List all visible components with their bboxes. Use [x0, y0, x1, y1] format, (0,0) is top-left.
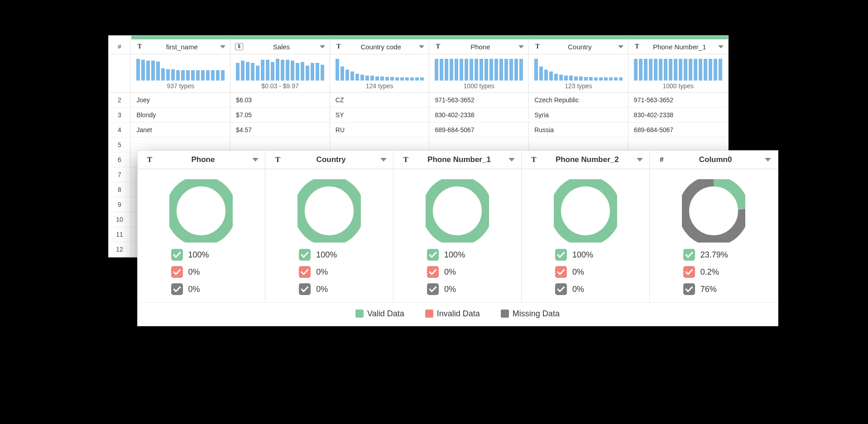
chevron-down-icon[interactable]: [618, 45, 623, 48]
invalid-percent-row: 0%: [427, 266, 456, 278]
quality-column-header[interactable]: TPhone Number_1: [393, 151, 521, 169]
type-icon: $: [235, 43, 243, 50]
histogram-summary: 937 types: [135, 82, 225, 90]
column-header[interactable]: T first_name: [131, 39, 230, 54]
valid-percent-row: 100%: [299, 249, 337, 261]
quality-column-header[interactable]: TPhone: [138, 151, 265, 169]
table-cell[interactable]: $4.57: [230, 123, 330, 137]
chevron-down-icon[interactable]: [320, 45, 325, 48]
check-icon: [171, 266, 183, 278]
chevron-down-icon[interactable]: [419, 45, 424, 48]
row-number: 10: [109, 212, 131, 227]
chevron-down-icon[interactable]: [508, 158, 515, 162]
type-icon: T: [530, 155, 538, 164]
donut-chart: [682, 179, 745, 243]
column-header[interactable]: T Phone Number_1: [628, 39, 728, 54]
missing-percent-row: 0%: [171, 283, 200, 295]
row-number: 12: [109, 242, 131, 257]
column-header[interactable]: $ Sales: [230, 39, 330, 54]
svg-point-8: [427, 181, 487, 241]
table-cell[interactable]: SY: [330, 108, 430, 122]
check-icon: [555, 266, 567, 278]
table-cell[interactable]: Blondy: [131, 108, 230, 122]
type-icon: T: [146, 155, 154, 164]
row-number: 2: [109, 93, 131, 107]
histogram-chart: [434, 59, 524, 81]
quality-column-header[interactable]: TPhone Number_2: [522, 151, 649, 169]
row-number-header: #: [109, 39, 131, 54]
valid-percent: 23.79%: [700, 250, 728, 260]
table-cell[interactable]: 830-402-2338: [628, 108, 728, 122]
table-cell[interactable]: Russia: [529, 123, 628, 137]
table-row[interactable]: 3Blondy$7.05SY830-402-2338Syria830-402-2…: [109, 108, 728, 123]
histogram-summary: 1000 types: [434, 82, 524, 90]
histogram-cell[interactable]: 937 types: [131, 54, 230, 92]
column-header[interactable]: T Phone: [429, 39, 529, 54]
type-icon: T: [135, 43, 144, 50]
row-number: 6: [109, 152, 131, 167]
histogram-cell[interactable]: 123 types: [529, 54, 628, 92]
missing-percent-row: 0%: [427, 283, 456, 295]
table-cell[interactable]: 689-684-5067: [429, 123, 529, 137]
chevron-down-icon[interactable]: [252, 158, 259, 162]
grid-header-row: # T first_name $ Sales T Country code T …: [109, 39, 728, 54]
table-cell[interactable]: Syria: [529, 108, 628, 122]
table-cell[interactable]: 830-402-2338: [429, 108, 529, 122]
invalid-percent: 0.2%: [700, 267, 719, 277]
quality-column-body: 100%0%0%: [138, 169, 266, 302]
table-cell[interactable]: 971-563-3652: [628, 93, 728, 107]
chevron-down-icon[interactable]: [220, 45, 225, 48]
table-cell[interactable]: Joey: [131, 93, 230, 107]
type-icon: #: [658, 155, 666, 164]
chevron-down-icon[interactable]: [637, 158, 643, 162]
quality-column-body: 100%0%0%: [393, 169, 522, 302]
check-icon: [171, 249, 183, 261]
histogram-chart: [135, 59, 225, 81]
donut-chart: [426, 179, 489, 243]
table-cell[interactable]: 689-684-5067: [628, 123, 728, 137]
check-icon: [683, 266, 695, 278]
chevron-down-icon[interactable]: [380, 158, 387, 162]
row-number: 11: [109, 227, 131, 242]
invalid-percent: 0%: [444, 267, 456, 277]
table-cell[interactable]: $6.03: [230, 93, 330, 107]
table-cell[interactable]: CZ: [330, 93, 430, 107]
column-header[interactable]: T Country: [529, 39, 628, 54]
table-cell[interactable]: 971-563-3652: [429, 93, 529, 107]
legend-label: Invalid Data: [437, 309, 480, 318]
table-cell[interactable]: RU: [330, 123, 430, 137]
valid-percent: 100%: [188, 250, 209, 260]
histogram-summary: $0.03 - $9.97: [235, 82, 325, 90]
chevron-down-icon[interactable]: [718, 45, 724, 48]
quality-column-body: 23.79%0.2%76%: [650, 169, 778, 302]
check-icon: [683, 249, 695, 261]
valid-percent-row: 100%: [555, 249, 593, 261]
quality-column-header[interactable]: TCountry: [265, 151, 393, 169]
table-cell[interactable]: Czech Republic: [529, 93, 628, 107]
column-name: Phone: [159, 155, 247, 164]
histogram-cell[interactable]: 1000 types: [628, 54, 728, 92]
legend-swatch-green: [355, 310, 364, 318]
type-icon: T: [434, 43, 442, 50]
row-number-spacer: [109, 54, 131, 92]
column-header[interactable]: T Country code: [330, 39, 430, 54]
table-row[interactable]: 4Janet$4.57RU689-684-5067Russia689-684-5…: [109, 123, 728, 138]
histogram-cell[interactable]: 1000 types: [429, 54, 529, 92]
legend-label: Missing Data: [513, 309, 560, 318]
row-number: 8: [109, 182, 131, 197]
chevron-down-icon[interactable]: [518, 45, 524, 48]
column-name: Phone Number_2: [543, 155, 631, 164]
histogram-cell[interactable]: $0.03 - $9.97: [230, 54, 330, 92]
table-cell[interactable]: Janet: [131, 123, 230, 137]
histogram-cell[interactable]: 124 types: [330, 54, 430, 92]
table-row[interactable]: 2Joey$6.03CZ971-563-3652Czech Republic97…: [109, 93, 728, 108]
histogram-chart: [235, 59, 325, 81]
chevron-down-icon[interactable]: [765, 158, 771, 162]
type-icon: T: [335, 43, 343, 50]
column-name: Phone Number_1: [415, 155, 503, 164]
row-number: 5: [109, 138, 131, 152]
missing-percent: 0%: [444, 285, 456, 294]
quality-column-header[interactable]: #Column0: [650, 151, 778, 169]
legend-swatch-red: [425, 310, 433, 318]
table-cell[interactable]: $7.05: [230, 108, 330, 122]
